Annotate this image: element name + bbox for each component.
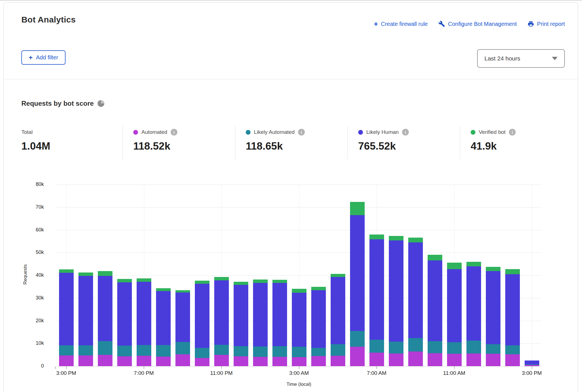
bar-segment-likely-human[interactable] [214, 280, 229, 345]
bar-segment-likely-human[interactable] [331, 277, 345, 344]
bar-segment-likely-automated[interactable] [428, 341, 442, 353]
bar-5-00-pm[interactable] [98, 271, 112, 366]
bar-4-00-pm[interactable] [78, 272, 93, 366]
bar-5-00-am[interactable] [331, 274, 345, 366]
bar-segment-automated[interactable] [272, 357, 287, 366]
bar-segment-likely-human[interactable] [505, 274, 520, 345]
bar-segment-likely-automated[interactable] [311, 348, 326, 356]
bar-segment-likely-human[interactable] [195, 284, 209, 348]
bar-segment-likely-human[interactable] [156, 291, 171, 345]
bar-segment-automated[interactable] [428, 353, 442, 366]
bar-3-00-am[interactable] [292, 289, 306, 366]
bar-segment-automated[interactable] [389, 353, 403, 366]
bar-segment-verified-bot[interactable] [466, 262, 481, 266]
bar-segment-automated[interactable] [408, 352, 423, 366]
bar-segment-verified-bot[interactable] [447, 263, 462, 269]
bar-10-00-am[interactable] [428, 255, 442, 366]
bar-segment-verified-bot[interactable] [137, 278, 151, 282]
bar-segment-verified-bot[interactable] [78, 272, 93, 276]
bar-segment-likely-human[interactable] [486, 271, 500, 344]
bar-segment-likely-human[interactable] [350, 215, 365, 331]
bar-segment-automated[interactable] [331, 356, 345, 366]
bar-segment-automated[interactable] [78, 355, 93, 366]
bar-segment-automated[interactable] [156, 357, 171, 366]
bar-segment-likely-automated[interactable] [214, 345, 229, 355]
bar-segment-likely-human[interactable] [369, 239, 384, 339]
bar-segment-likely-human[interactable] [253, 283, 268, 346]
bar-segment-automated[interactable] [117, 356, 132, 366]
bar-segment-likely-automated[interactable] [78, 345, 93, 355]
bar-segment-likely-automated[interactable] [272, 346, 287, 357]
bar-3-00-pm[interactable] [59, 269, 74, 366]
bar-7-00-pm[interactable] [137, 278, 151, 366]
bar-10-00-pm[interactable] [195, 281, 209, 366]
bar-segment-automated[interactable] [525, 365, 539, 366]
bar-segment-likely-human[interactable] [98, 276, 112, 341]
bar-segment-likely-human[interactable] [175, 292, 190, 342]
bar-segment-automated[interactable] [234, 356, 248, 366]
bar-segment-verified-bot[interactable] [350, 202, 365, 215]
bar-segment-automated[interactable] [175, 354, 190, 366]
bar-6-00-pm[interactable] [117, 279, 132, 366]
bar-segment-automated[interactable] [447, 354, 462, 366]
bar-segment-verified-bot[interactable] [175, 290, 190, 293]
bar-segment-likely-human[interactable] [428, 260, 442, 341]
bar-segment-verified-bot[interactable] [234, 282, 248, 285]
bar-segment-likely-automated[interactable] [466, 341, 481, 353]
bar-segment-verified-bot[interactable] [369, 235, 384, 239]
bar-segment-automated[interactable] [253, 357, 268, 366]
bar-segment-likely-automated[interactable] [234, 346, 248, 356]
bar-segment-likely-human[interactable] [117, 282, 132, 346]
bar-segment-automated[interactable] [98, 355, 112, 366]
bar-segment-likely-human[interactable] [59, 273, 74, 345]
bar-8-00-am[interactable] [389, 236, 403, 366]
bar-segment-verified-bot[interactable] [311, 287, 326, 290]
bar-segment-likely-automated[interactable] [331, 344, 345, 356]
bar-segment-likely-automated[interactable] [195, 348, 209, 358]
bar-segment-likely-human[interactable] [525, 361, 539, 364]
bar-segment-verified-bot[interactable] [486, 267, 500, 271]
bar-2-00-am[interactable] [272, 280, 287, 366]
bar-segment-automated[interactable] [369, 353, 384, 366]
bar-segment-automated[interactable] [195, 358, 209, 366]
bar-segment-automated[interactable] [466, 353, 481, 366]
bar-11-00-pm[interactable] [214, 277, 229, 366]
bar-segment-likely-human[interactable] [272, 283, 287, 346]
bar-segment-verified-bot[interactable] [214, 277, 229, 280]
bar-segment-likely-automated[interactable] [156, 345, 171, 357]
bar-segment-likely-automated[interactable] [486, 344, 500, 354]
bar-segment-likely-human[interactable] [137, 282, 151, 345]
bar-segment-likely-automated[interactable] [59, 345, 74, 355]
bar-segment-likely-automated[interactable] [505, 345, 520, 354]
bar-segment-likely-human[interactable] [408, 242, 423, 338]
bar-segment-likely-automated[interactable] [175, 342, 190, 354]
bar-segment-verified-bot[interactable] [428, 255, 442, 260]
bar-1-00-am[interactable] [253, 280, 268, 366]
bar-segment-automated[interactable] [311, 356, 326, 366]
bar-segment-likely-human[interactable] [292, 293, 306, 346]
bar-segment-likely-human[interactable] [447, 269, 462, 342]
bar-8-00-pm[interactable] [156, 288, 171, 366]
bar-segment-verified-bot[interactable] [98, 271, 112, 276]
bar-segment-likely-automated[interactable] [137, 345, 151, 356]
bar-segment-likely-automated[interactable] [369, 340, 384, 353]
bar-segment-likely-human[interactable] [78, 276, 93, 345]
bar-segment-likely-human[interactable] [466, 266, 481, 341]
bar-segment-likely-automated[interactable] [389, 342, 403, 353]
bar-segment-verified-bot[interactable] [156, 288, 171, 291]
bar-segment-verified-bot[interactable] [331, 274, 345, 277]
bar-12-00-am[interactable] [234, 282, 248, 366]
bar-segment-likely-automated[interactable] [253, 346, 268, 357]
bar-segment-automated[interactable] [137, 356, 151, 366]
bar-segment-automated[interactable] [214, 355, 229, 366]
bar-11-00-am[interactable] [447, 263, 462, 366]
bar-segment-verified-bot[interactable] [117, 279, 132, 282]
bar-segment-likely-automated[interactable] [408, 338, 423, 352]
bar-segment-verified-bot[interactable] [59, 269, 74, 273]
bar-segment-automated[interactable] [505, 354, 520, 366]
bar-9-00-pm[interactable] [175, 290, 190, 366]
bar-segment-verified-bot[interactable] [253, 280, 268, 283]
bar-segment-verified-bot[interactable] [272, 280, 287, 283]
bar-segment-likely-automated[interactable] [350, 331, 365, 347]
bar-segment-likely-automated[interactable] [98, 341, 112, 355]
